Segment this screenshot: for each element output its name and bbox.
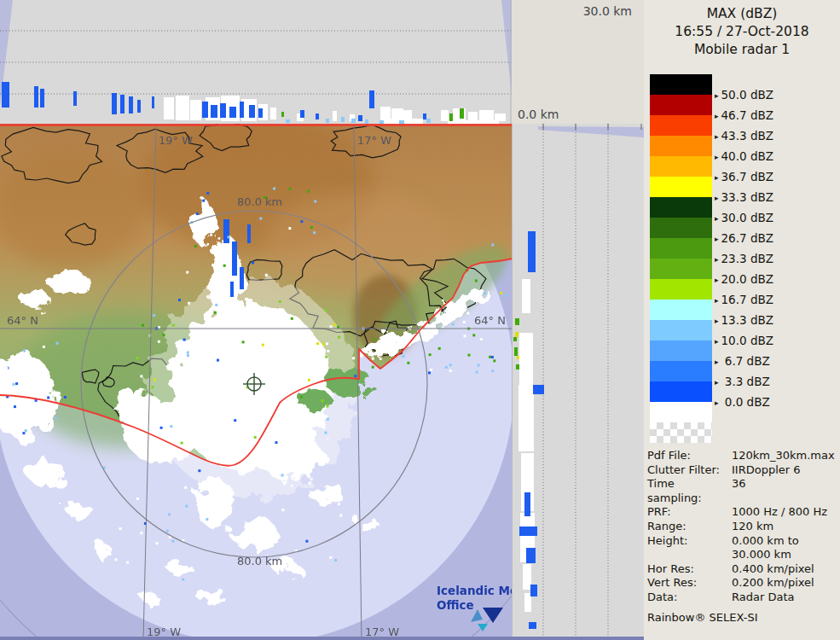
echo-speckle xyxy=(452,323,455,326)
metadata-value: Radar Data xyxy=(732,591,794,605)
radar-echo xyxy=(514,347,518,356)
radar-echo xyxy=(229,107,236,118)
scale-label: ▸40.0 dBZ xyxy=(715,148,773,165)
scale-label: ▸33.3 dBZ xyxy=(715,189,773,206)
height-axis-corner: 30.0 km 0.0 km xyxy=(512,0,644,124)
echo-speckle xyxy=(449,364,452,366)
echo-speckle xyxy=(198,469,200,472)
echo-speckle xyxy=(327,418,329,421)
echo-speckle xyxy=(334,559,337,561)
echo-speckle xyxy=(183,339,186,341)
metadata-row: PRF:1000 Hz / 800 Hz xyxy=(647,505,838,520)
radar-echo xyxy=(524,593,531,612)
scale-label: ▸43.3 dBZ xyxy=(715,128,773,144)
echo-speckle xyxy=(5,367,8,369)
echo-speckle xyxy=(432,335,434,337)
echo-speckle xyxy=(308,379,310,381)
longitude-label-19w-top: 19° W xyxy=(159,134,193,147)
radar-echo xyxy=(515,332,518,337)
product-title: MAX (dBZ) xyxy=(644,5,840,23)
scale-band xyxy=(650,115,712,136)
scale-label: ▸13.3 dBZ xyxy=(715,312,773,329)
radar-echo xyxy=(152,96,154,108)
echo-speckle xyxy=(468,354,471,357)
echo-speckle xyxy=(291,317,293,320)
echo-speckle xyxy=(196,212,199,215)
radar-echo xyxy=(516,364,519,369)
metadata-value: 0.000 km to 30.000 km xyxy=(732,534,799,562)
echo-speckle xyxy=(275,441,278,444)
scale-tick-arrow-icon: ▸ xyxy=(715,276,719,284)
echo-speckle xyxy=(445,366,448,369)
logo-text-line2: Office xyxy=(437,598,474,612)
radar-echo xyxy=(449,113,453,121)
latitude-label-left: 64° N xyxy=(7,314,38,327)
radar-echo xyxy=(73,91,77,106)
scan-datetime: 16:55 / 27-Oct-2018 xyxy=(644,23,840,41)
echo-speckle xyxy=(178,299,181,301)
echo-speckle xyxy=(372,366,374,369)
radar-echo xyxy=(112,93,117,114)
longitude-label-17w-top: 17° W xyxy=(357,134,391,147)
scale-label: ▸26.7 dBZ xyxy=(715,230,773,247)
echo-speckle xyxy=(288,227,291,230)
radar-echo xyxy=(286,119,290,123)
scale-tick-arrow-icon: ▸ xyxy=(715,132,719,141)
echo-speckle xyxy=(339,515,342,517)
metadata-value: 0.200 km/pixel xyxy=(732,576,814,591)
radar-name: Mobile radar 1 xyxy=(644,41,840,59)
echo-speckle xyxy=(23,349,26,352)
radar-echo xyxy=(190,100,201,120)
radar-echo xyxy=(247,224,251,243)
radar-echo xyxy=(316,113,319,119)
metadata-label: Hor Res: xyxy=(647,562,732,577)
echo-speckle xyxy=(206,518,208,521)
metadata-value: 0.400 km/pixel xyxy=(732,562,814,577)
scale-label: ▸ 3.3 dBZ xyxy=(715,374,770,390)
radar-application-window: 30.0 km 0.0 km xyxy=(0,0,840,640)
echo-speckle xyxy=(310,226,313,229)
radar-echo xyxy=(240,267,244,289)
echo-speckle xyxy=(464,335,466,337)
echo-speckle xyxy=(403,355,405,358)
radar-echo xyxy=(232,241,237,276)
scale-label: ▸16.7 dBZ xyxy=(715,292,773,308)
right-height-projection-panel xyxy=(512,124,644,640)
metadata-label: Clutter Filter: xyxy=(647,463,732,478)
radar-echo xyxy=(522,279,530,313)
height-axis-origin-label: 0.0 km xyxy=(518,108,559,121)
radar-map-canvas[interactable]: 80.0 km 80.0 km 64° N 64° N 19° W 19° W … xyxy=(0,124,512,640)
metadata-row: Data:Radar Data xyxy=(647,591,838,605)
scale-band xyxy=(650,74,712,95)
radar-echo xyxy=(533,385,544,394)
echo-speckle xyxy=(325,432,327,434)
echo-speckle xyxy=(505,294,507,297)
echo-speckle xyxy=(171,540,174,543)
scale-band xyxy=(650,177,712,197)
echo-speckle xyxy=(182,579,184,581)
radar-echo xyxy=(526,548,536,563)
echo-speckle xyxy=(463,321,466,323)
metadata-row: Range:120 km xyxy=(647,520,838,534)
echo-speckle xyxy=(115,558,118,561)
radar-echo xyxy=(341,117,345,122)
radar-echo xyxy=(258,108,263,118)
radar-echo xyxy=(137,100,141,113)
echo-speckle xyxy=(158,340,160,343)
echo-speckle xyxy=(187,354,189,357)
echo-speckle xyxy=(214,311,217,314)
echo-speckle xyxy=(313,231,316,234)
radar-echo xyxy=(524,492,530,516)
echo-speckle xyxy=(186,271,188,274)
echo-speckle xyxy=(194,245,197,247)
radar-echo xyxy=(441,110,449,121)
metadata-value: 120 km xyxy=(732,520,773,534)
metadata-row: Vert Res:0.200 km/pixel xyxy=(647,576,838,591)
scale-tick-arrow-icon: ▸ xyxy=(715,194,719,202)
metadata-label: PRF: xyxy=(647,505,732,520)
echo-speckle xyxy=(152,386,154,388)
echo-speckle xyxy=(217,359,219,362)
echo-speckle xyxy=(185,505,188,508)
echo-speckle xyxy=(187,352,189,354)
radar-echo xyxy=(40,89,44,108)
